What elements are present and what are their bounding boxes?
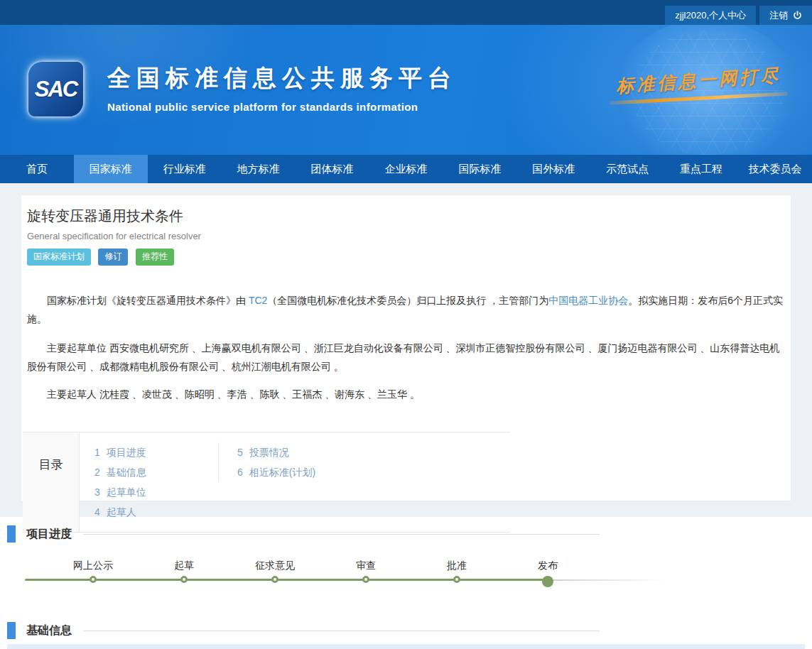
brand-block: 全国标准信息公共服务平台 National public service pla… — [107, 62, 457, 113]
section-divider-line — [83, 534, 600, 535]
standard-title: 旋转变压器通用技术条件 — [27, 207, 785, 226]
section-marker-icon — [7, 622, 16, 639]
standard-summary-card: 旋转变压器通用技术条件 General specification for el… — [21, 195, 791, 501]
toc-link-similar-standards[interactable]: 6相近标准(计划) — [237, 462, 315, 482]
toc-link-drafters[interactable]: 4起草人 — [94, 502, 218, 522]
section-header-basic-info: 基础信息 — [0, 622, 600, 639]
badge-national-plan: 国家标准计划 — [27, 249, 91, 266]
timeline-step-soliciting-opinions: 征求意见 — [255, 560, 295, 583]
toc-column-1: 1项目进度 2基础信息 3起草单位 4起草人 — [80, 442, 218, 522]
link-tc2[interactable]: TC2 — [249, 295, 267, 306]
timeline-dot — [453, 576, 460, 583]
timeline-dot — [271, 576, 278, 583]
standard-title-english: General specification for electrical res… — [27, 231, 785, 241]
timeline-line-remaining — [548, 579, 666, 581]
page: zjjl2020,个人中心 注销 SAC 全国标准信息公共服务平台 Nation… — [0, 0, 812, 649]
timeline-step-review: 审查 — [356, 560, 376, 583]
basic-info-table-top-edge — [7, 644, 805, 649]
timeline-step-online-publicity: 网上公示 — [73, 560, 113, 583]
timeline-step-publication: 发布 — [538, 560, 558, 587]
site-subtitle: National public service platform for sta… — [107, 101, 457, 113]
sac-logo[interactable]: SAC — [28, 62, 83, 116]
nav-item-international-standards[interactable]: 国际标准 — [443, 155, 516, 183]
link-electrical-association[interactable]: 中国电器工业协会 — [548, 295, 628, 306]
user-account-link[interactable]: zjjl2020,个人中心 — [665, 6, 756, 25]
table-of-contents: 目录 1项目进度 2基础信息 3起草单位 4起草人 5投票情况 6相近标准(计划… — [23, 432, 510, 533]
toc-link-drafting-units[interactable]: 3起草单位 — [94, 482, 218, 502]
section-divider-line — [83, 631, 600, 631]
site-banner: SAC 全国标准信息公共服务平台 National public service… — [0, 25, 812, 155]
timeline-dot — [362, 576, 369, 583]
logout-label: 注销 — [769, 9, 788, 22]
toc-link-voting[interactable]: 5投票情况 — [237, 442, 315, 462]
toc-columns: 1项目进度 2基础信息 3起草单位 4起草人 5投票情况 6相近标准(计划) — [80, 432, 315, 532]
badge-row: 国家标准计划 修订 推荐性 — [27, 249, 785, 266]
nav-item-technical-committees[interactable]: 技术委员会 — [738, 155, 812, 183]
nav-item-home[interactable]: 首页 — [0, 155, 74, 183]
toc-link-project-progress[interactable]: 1项目进度 — [94, 442, 218, 462]
timeline-dot-current — [542, 576, 553, 587]
nav-item-enterprise-standards[interactable]: 企业标准 — [369, 155, 443, 183]
timeline-dot — [180, 576, 188, 583]
badge-recommended: 推荐性 — [136, 249, 174, 266]
toc-column-2: 5投票情况 6相近标准(计划) — [218, 442, 315, 482]
logout-button[interactable]: 注销 — [759, 6, 812, 25]
nav-item-pilot-programs[interactable]: 示范试点 — [590, 155, 664, 183]
nav-item-national-standards[interactable]: 国家标准 — [74, 155, 148, 183]
timeline-step-drafting: 起草 — [174, 560, 194, 583]
paragraph-drafters: 主要起草人 沈桂霞 、凌世茂 、陈昭明 、李浩 、陈耿 、王福杰 、谢海东 、兰… — [27, 385, 785, 403]
nav-item-industry-standards[interactable]: 行业标准 — [148, 155, 222, 183]
nav-item-local-standards[interactable]: 地方标准 — [222, 155, 296, 183]
section-title-basic-info: 基础信息 — [26, 623, 72, 638]
progress-timeline: 网上公示 起草 征求意见 审查 批准 发布 — [0, 560, 812, 592]
site-title: 全国标准信息公共服务平台 — [107, 62, 457, 94]
sac-logo-text: SAC — [35, 77, 77, 102]
section-marker-icon — [7, 525, 16, 542]
section-header-project-progress: 项目进度 — [0, 525, 600, 542]
nav-item-key-projects[interactable]: 重点工程 — [664, 155, 738, 183]
intro-text-before: 国家标准计划《旋转变压器通用技术条件》由 — [47, 295, 249, 306]
badge-revision: 修订 — [98, 249, 128, 266]
timeline-dot — [90, 576, 97, 583]
main-nav: 首页 国家标准 行业标准 地方标准 团体标准 企业标准 国际标准 国外标准 示范… — [0, 155, 812, 183]
toc-link-basic-info[interactable]: 2基础信息 — [94, 462, 218, 482]
section-title-project-progress: 项目进度 — [26, 527, 72, 542]
paragraph-drafting-units: 主要起草单位 西安微电机研究所 、上海赢双电机有限公司 、浙江巨龙自动化设备有限… — [27, 339, 785, 376]
topbar: zjjl2020,个人中心 注销 — [0, 0, 812, 25]
toc-label: 目录 — [23, 432, 80, 532]
intro-text-middle: （全国微电机标准化技术委员会）归口上报及执行 ，主管部门为 — [267, 295, 548, 306]
paragraph-intro: 国家标准计划《旋转变压器通用技术条件》由 TC2（全国微电机标准化技术委员会）归… — [27, 291, 785, 328]
nav-item-foreign-standards[interactable]: 国外标准 — [516, 155, 590, 183]
timeline-step-approval: 批准 — [447, 560, 467, 583]
power-icon — [793, 11, 802, 20]
nav-item-group-standards[interactable]: 团体标准 — [296, 155, 369, 183]
